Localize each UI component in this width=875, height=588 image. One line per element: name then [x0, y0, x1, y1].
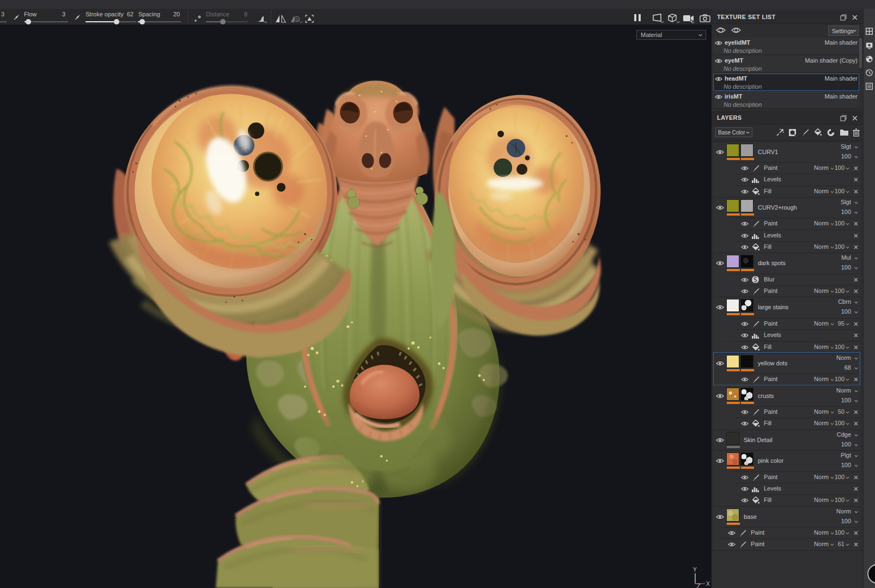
svg-text:Z: Z	[696, 582, 701, 588]
svg-text:X: X	[706, 581, 710, 587]
svg-text:Y: Y	[693, 567, 697, 573]
svg-text:b: b	[296, 17, 299, 22]
